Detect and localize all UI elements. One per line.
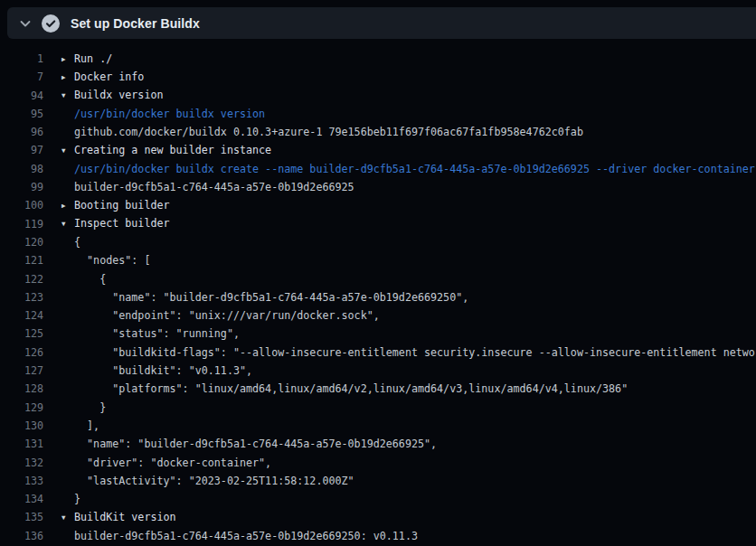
line-number[interactable]: 136 (0, 527, 43, 545)
log-row: 94▼Buildx version (0, 87, 756, 105)
log-text: "endpoint": "unix:///var/run/docker.sock… (74, 309, 380, 322)
log-text: "buildkitd-flags": "--allow-insecure-ent… (74, 346, 756, 359)
log-text: { (74, 236, 80, 249)
triangle-collapsed-icon[interactable]: ▶ (61, 69, 74, 87)
log-row: 7▶Docker info (0, 68, 756, 86)
log-row: 136builder-d9cfb5a1-c764-445a-a57e-0b19d… (0, 527, 756, 545)
log-row: 120{ (0, 233, 756, 251)
log-row: 121 "nodes": [ (0, 251, 756, 269)
log-text: "nodes": [ (74, 254, 150, 267)
log-text: Run ./ (74, 52, 112, 65)
line-number[interactable]: 125 (0, 325, 43, 343)
log-text: } (74, 401, 106, 414)
line-number[interactable]: 124 (0, 306, 43, 325)
line-number[interactable]: 129 (0, 399, 43, 417)
line-number[interactable]: 95 (0, 105, 43, 123)
log-text: Docker info (74, 71, 144, 83)
log-line-text: } (74, 490, 80, 508)
log-line-text: "name": "builder-d9cfb5a1-c764-445a-a57e… (74, 435, 437, 453)
log-line-text: "lastActivity": "2023-02-25T11:58:12.000… (74, 472, 354, 490)
log-group-toggle[interactable]: ▼BuildKit version (61, 508, 176, 527)
line-number[interactable]: 134 (0, 490, 43, 508)
log-row: 1▶Run ./ (0, 50, 756, 68)
log-row: 100▶Booting builder (0, 196, 756, 214)
line-number[interactable]: 128 (0, 380, 43, 398)
log-output: 1▶Run ./7▶Docker info94▼Buildx version95… (0, 39, 756, 546)
log-row: 96github.com/docker/buildx 0.10.3+azure-… (0, 123, 756, 141)
log-row: 133 "lastActivity": "2023-02-25T11:58:12… (0, 472, 756, 490)
log-line-text: "buildkitd-flags": "--allow-insecure-ent… (74, 344, 756, 362)
line-number[interactable]: 100 (0, 196, 43, 214)
line-number[interactable]: 98 (0, 160, 43, 178)
line-number[interactable]: 94 (0, 87, 43, 105)
triangle-expanded-icon[interactable]: ▼ (61, 509, 74, 527)
log-line-text: "name": "builder-d9cfb5a1-c764-445a-a57e… (74, 288, 468, 306)
chevron-down-icon[interactable] (18, 16, 33, 31)
line-number[interactable]: 7 (0, 68, 43, 86)
log-text: /usr/bin/docker buildx create --name bui… (74, 163, 755, 175)
line-number[interactable]: 96 (0, 123, 43, 141)
line-number[interactable]: 122 (0, 270, 43, 288)
log-row: 122 { (0, 270, 756, 288)
line-number[interactable]: 131 (0, 435, 43, 453)
log-text: Inspect builder (74, 217, 170, 230)
log-line-text: builder-d9cfb5a1-c764-445a-a57e-0b19d2e6… (74, 527, 418, 545)
log-row: 119▼Inspect builder (0, 215, 756, 233)
step-header[interactable]: Set up Docker Buildx (7, 7, 756, 39)
line-number[interactable]: 121 (0, 251, 43, 269)
log-row: 98/usr/bin/docker buildx create --name b… (0, 160, 756, 178)
line-number[interactable]: 97 (0, 141, 43, 159)
log-row: 132 "driver": "docker-container", (0, 454, 756, 472)
line-number[interactable]: 130 (0, 417, 43, 435)
log-text: ], (74, 419, 99, 432)
log-text: github.com/docker/buildx 0.10.3+azure-1 … (74, 126, 583, 138)
log-line-text: { (74, 233, 80, 251)
line-number[interactable]: 99 (0, 178, 43, 196)
line-number[interactable]: 119 (0, 215, 43, 233)
log-group-toggle[interactable]: ▼Buildx version (61, 86, 164, 105)
line-number[interactable]: 127 (0, 362, 43, 380)
log-line-text: "driver": "docker-container", (74, 454, 271, 472)
log-row: 124 "endpoint": "unix:///var/run/docker.… (0, 306, 756, 325)
log-row: 128 "platforms": "linux/amd64,linux/amd6… (0, 380, 756, 398)
log-line-text: /usr/bin/docker buildx version (74, 105, 265, 123)
log-row: 97▼Creating a new builder instance (0, 141, 756, 159)
log-text: builder-d9cfb5a1-c764-445a-a57e-0b19d2e6… (74, 530, 418, 542)
log-text: "buildkit": "v0.11.3", (74, 364, 252, 377)
line-number[interactable]: 126 (0, 344, 43, 362)
log-text: /usr/bin/docker buildx version (74, 108, 265, 120)
log-text: "lastActivity": "2023-02-25T11:58:12.000… (74, 475, 354, 487)
line-number[interactable]: 132 (0, 454, 43, 472)
triangle-collapsed-icon[interactable]: ▶ (61, 51, 74, 69)
log-group-toggle[interactable]: ▼Inspect builder (61, 214, 170, 233)
triangle-expanded-icon[interactable]: ▼ (61, 142, 74, 160)
log-row: 134} (0, 490, 756, 508)
log-text: BuildKit version (74, 511, 176, 523)
log-line-text: "buildkit": "v0.11.3", (74, 362, 252, 380)
triangle-collapsed-icon[interactable]: ▶ (61, 197, 74, 215)
log-group-toggle[interactable]: ▶Booting builder (61, 196, 170, 215)
log-line-text: "nodes": [ (74, 251, 150, 269)
log-line-text: github.com/docker/buildx 0.10.3+azure-1 … (74, 123, 583, 141)
log-group-toggle[interactable]: ▼Creating a new builder instance (61, 141, 271, 160)
log-line-text: "platforms": "linux/amd64,linux/amd64/v2… (74, 380, 628, 398)
log-group-toggle[interactable]: ▶Run ./ (61, 50, 112, 69)
log-line-text: } (74, 399, 106, 417)
triangle-expanded-icon[interactable]: ▼ (61, 87, 74, 105)
line-number[interactable]: 123 (0, 288, 43, 306)
log-text: "name": "builder-d9cfb5a1-c764-445a-a57e… (74, 438, 437, 450)
line-number[interactable]: 120 (0, 233, 43, 251)
step-title: Set up Docker Buildx (71, 16, 200, 31)
log-group-toggle[interactable]: ▶Docker info (61, 68, 144, 87)
actions-log-viewer: Set up Docker Buildx 1▶Run ./7▶Docker in… (0, 0, 756, 546)
log-row: 125 "status": "running", (0, 325, 756, 343)
triangle-expanded-icon[interactable]: ▼ (61, 215, 74, 233)
log-text: Booting builder (74, 199, 170, 212)
log-row: 129 } (0, 399, 756, 417)
line-number[interactable]: 133 (0, 472, 43, 490)
line-number[interactable]: 135 (0, 508, 43, 526)
log-text: } (74, 493, 80, 505)
log-row: 127 "buildkit": "v0.11.3", (0, 362, 756, 380)
log-text: builder-d9cfb5a1-c764-445a-a57e-0b19d2e6… (74, 181, 354, 193)
line-number[interactable]: 1 (0, 50, 43, 68)
